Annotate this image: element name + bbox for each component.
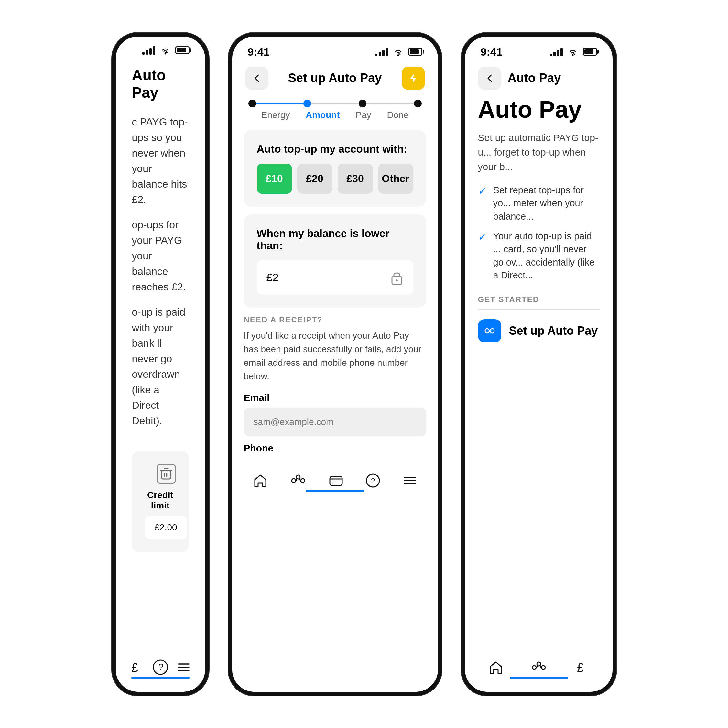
signal-icon-r: [550, 47, 563, 56]
topup-card: Auto top-up my account with: £10 £20 £30…: [244, 130, 426, 206]
step-dot-pay: [359, 99, 366, 107]
left-desc-1: c PAYG top-ups so you never when your ba…: [132, 114, 189, 207]
lightning-button[interactable]: [402, 67, 425, 90]
amount-20[interactable]: £20: [297, 164, 332, 194]
step-line-2: [311, 103, 359, 104]
topup-title: Auto top-up my account with:: [257, 143, 413, 155]
middle-header: Set up Auto Pay: [232, 63, 438, 96]
receipt-desc: If you'd like a receipt when your Auto P…: [244, 329, 426, 383]
nav-payment-middle[interactable]: £: [328, 473, 344, 489]
status-bar-right: 9:41: [465, 37, 613, 63]
setup-autopay-button[interactable]: Set up Auto Pay: [478, 319, 600, 343]
check-icon-1: ✓: [478, 185, 487, 197]
nav-menu-middle[interactable]: [402, 473, 418, 489]
battery-icon-r: [583, 48, 597, 56]
battery-icon: [175, 46, 190, 54]
right-header: Auto Pay: [465, 63, 613, 96]
nav-payment-left[interactable]: £: [129, 659, 145, 676]
step-label-pay: Pay: [356, 110, 371, 120]
wifi-icon: [160, 46, 171, 55]
setup-autopay-text: Set up Auto Pay: [509, 324, 598, 338]
credit-limit-label: Credit limit: [145, 490, 176, 511]
balance-row: £2: [257, 260, 413, 295]
svg-text:£: £: [131, 661, 138, 674]
balance-card: When my balance is lower than: £2: [244, 214, 426, 307]
svg-point-18: [541, 665, 545, 670]
left-desc-2: op-ups for your PAYG your balance reache…: [132, 217, 189, 295]
receipt-section: NEED A RECEIPT? If you'd like a receipt …: [232, 315, 438, 466]
step-label-energy: Energy: [261, 110, 290, 120]
svg-text:£: £: [332, 480, 335, 485]
lock-icon: [390, 269, 404, 286]
svg-point-10: [301, 479, 305, 483]
get-started-label: GET STARTED: [478, 295, 600, 304]
svg-point-17: [537, 662, 541, 666]
battery-icon-m: [408, 48, 422, 56]
feature-text-1: Set repeat top-ups for yo... meter when …: [493, 184, 600, 223]
svg-text:?: ?: [371, 477, 375, 485]
nav-home-middle[interactable]: [252, 473, 268, 489]
svg-point-8: [292, 479, 295, 483]
step-line-3: [366, 103, 414, 104]
time-middle: 9:41: [248, 46, 270, 58]
phone-label: Phone: [244, 443, 426, 454]
svg-point-7: [396, 280, 398, 281]
step-line-1: [256, 103, 304, 104]
status-bar-middle: 9:41: [232, 37, 438, 63]
nav-help-left[interactable]: ?: [152, 659, 169, 676]
status-bar-left: [116, 37, 205, 60]
time-right: 9:41: [480, 46, 503, 58]
svg-text:?: ?: [159, 662, 164, 672]
nav-network-right[interactable]: [530, 659, 548, 676]
feature-item-1: ✓ Set repeat top-ups for yo... meter whe…: [478, 184, 600, 223]
wifi-icon-m: [393, 47, 404, 56]
svg-point-5: [397, 55, 399, 56]
bottom-nav-middle: £ ?: [232, 466, 438, 505]
check-icon-2: ✓: [478, 231, 487, 243]
right-phone: 9:41: [461, 33, 616, 696]
svg-point-0: [164, 53, 166, 54]
bottom-nav-right: £: [465, 653, 613, 692]
left-desc-3: o-up is paid with your bank ll never go …: [132, 304, 189, 428]
left-phone: Auto Pay c PAYG top-ups so you never whe…: [112, 33, 209, 696]
svg-point-15: [572, 55, 574, 56]
middle-phone: 9:41: [228, 33, 442, 696]
nav-payment-right[interactable]: £: [574, 659, 590, 676]
step-label-amount: Amount: [306, 110, 340, 120]
infinity-icon: [478, 319, 501, 343]
amount-10[interactable]: £10: [257, 164, 292, 194]
nav-menu-left[interactable]: [175, 659, 192, 676]
email-label: Email: [244, 392, 426, 403]
wifi-icon-r: [567, 47, 578, 56]
back-button-middle[interactable]: [245, 67, 268, 90]
receipt-label: NEED A RECEIPT?: [244, 315, 426, 324]
step-dot-energy: [248, 99, 256, 107]
balance-title: When my balance is lower than:: [257, 227, 413, 252]
balance-value: £2: [266, 271, 279, 284]
amount-other[interactable]: Other: [378, 164, 413, 194]
nav-home-right[interactable]: [488, 659, 504, 676]
step-dot-done: [414, 99, 422, 107]
bottom-nav-left: £ ?: [116, 652, 205, 692]
amount-options: £10 £20 £30 Other: [257, 164, 413, 194]
left-header-title: Auto Pay: [132, 60, 189, 114]
nav-network-middle[interactable]: [289, 473, 307, 489]
trash-icon[interactable]: [156, 464, 176, 483]
left-delete-card: Credit limit £2.00: [132, 451, 189, 552]
email-input[interactable]: [244, 408, 426, 436]
autopay-main-title: Auto Pay: [478, 96, 600, 122]
svg-point-16: [532, 665, 536, 670]
feature-item-2: ✓ Your auto top-up is paid ... card, so …: [478, 229, 600, 282]
svg-rect-11: [330, 476, 342, 485]
step-label-done: Done: [387, 110, 409, 120]
nav-help-middle[interactable]: ?: [365, 473, 381, 489]
back-button-right[interactable]: [478, 67, 501, 90]
signal-icon-m: [375, 47, 388, 56]
feature-text-2: Your auto top-up is paid ... card, so yo…: [493, 229, 600, 282]
middle-title: Set up Auto Pay: [288, 71, 382, 85]
right-header-title: Auto Pay: [508, 71, 561, 85]
credit-limit-value: £2.00: [145, 516, 187, 539]
amount-30[interactable]: £30: [338, 164, 373, 194]
signal-icon: [142, 46, 155, 55]
svg-point-9: [296, 475, 300, 479]
